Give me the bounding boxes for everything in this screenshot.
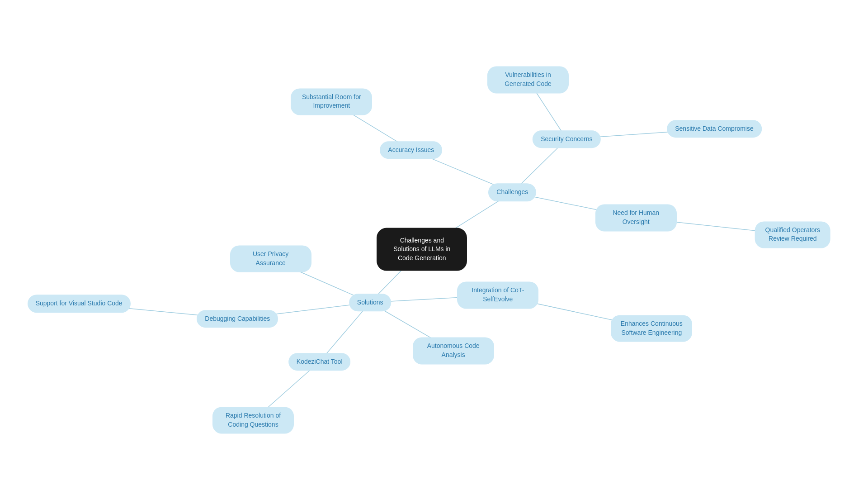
node-userPrivacy: User Privacy Assurance — [230, 246, 311, 272]
node-kodeziChat: KodeziChat Tool — [288, 353, 351, 371]
node-securityConcerns: Security Concerns — [533, 130, 600, 148]
node-integrationCoT: Integration of CoT-SelfEvolve — [457, 282, 538, 309]
mindmap-container: Challenges and Solutions of LLMs in Code… — [0, 0, 868, 490]
node-center: Challenges and Solutions of LLMs in Code… — [377, 228, 467, 271]
node-challenges: Challenges — [488, 183, 536, 201]
node-needHumanOversight: Need for Human Oversight — [595, 205, 677, 231]
node-sensitiveData: Sensitive Data Compromise — [667, 120, 762, 138]
node-autonomousCode: Autonomous Code Analysis — [413, 338, 494, 364]
node-substantialRoom: Substantial Room for Improvement — [291, 88, 372, 115]
node-enhancesContinuous: Enhances Continuous Software Engineering — [611, 315, 692, 342]
node-solutions: Solutions — [349, 294, 392, 312]
node-vulnerabilities: Vulnerabilities in Generated Code — [487, 67, 569, 93]
node-debuggingCapabilities: Debugging Capabilities — [197, 310, 278, 328]
node-supportVSCode: Support for Visual Studio Code — [28, 295, 131, 313]
node-accuracyIssues: Accuracy Issues — [380, 141, 442, 159]
node-qualifiedOperators: Qualified Operators Review Required — [755, 221, 830, 248]
node-rapidResolution: Rapid Resolution of Coding Questions — [212, 407, 294, 434]
